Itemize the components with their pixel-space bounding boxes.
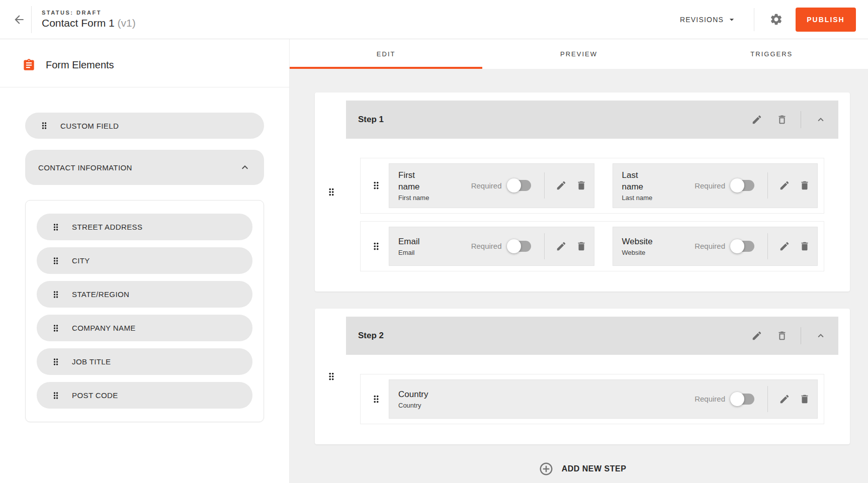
drag-handle-icon[interactable]	[51, 289, 61, 300]
pencil-icon	[779, 180, 790, 191]
drag-handle-icon[interactable]	[326, 186, 337, 198]
required-toggle[interactable]	[509, 180, 531, 191]
controls-divider	[544, 172, 545, 199]
gear-icon	[769, 13, 783, 26]
field-subtitle: Website	[622, 249, 653, 256]
required-toggle[interactable]	[509, 241, 531, 252]
required-label: Required	[695, 242, 725, 250]
delete-step-button[interactable]	[776, 330, 788, 341]
required-label: Required	[471, 242, 502, 250]
field-card-email: Email Email Required	[389, 227, 594, 266]
header-divider	[31, 6, 32, 33]
steps-canvas: Step 1	[290, 69, 868, 483]
edit-field-button[interactable]	[556, 241, 567, 252]
group-label: CONTACT INFORMATION	[38, 163, 132, 172]
chevron-up-icon	[815, 114, 826, 125]
app-header: STATUS: DRAFT Contact Form 1 (v1) REVISI…	[0, 0, 868, 39]
chevron-up-icon	[815, 330, 826, 341]
required-label: Required	[695, 395, 725, 403]
edit-step-button[interactable]	[751, 114, 762, 125]
drag-handle-icon[interactable]	[51, 357, 61, 367]
field-subtitle: Country	[398, 402, 428, 409]
drag-handle-icon[interactable]	[326, 371, 337, 382]
page-title: Contact Form 1 (v1)	[42, 17, 136, 29]
field-title: First name	[398, 170, 432, 193]
delete-field-button[interactable]	[799, 394, 810, 405]
controls-divider	[767, 172, 768, 199]
settings-button[interactable]	[767, 11, 785, 28]
contact-information-group[interactable]: CONTACT INFORMATION	[25, 150, 264, 185]
field-card-last-name: Last name Last name Required	[613, 163, 818, 208]
field-title: Email	[398, 236, 420, 248]
pencil-icon	[556, 180, 567, 191]
required-label: Required	[695, 181, 725, 190]
tab-triggers[interactable]: TRIGGERS	[675, 39, 868, 69]
delete-field-button[interactable]	[576, 180, 587, 191]
drag-handle-icon[interactable]	[51, 256, 61, 266]
tab-preview[interactable]: PREVIEW	[482, 39, 675, 69]
tab-edit[interactable]: EDIT	[290, 39, 482, 69]
pencil-icon	[556, 241, 567, 252]
step-card-1: Step 1	[315, 92, 850, 292]
editor-tabbar: EDIT PREVIEW TRIGGERS	[290, 39, 868, 69]
item-label: COMPANY NAME	[72, 324, 136, 332]
drag-handle-icon[interactable]	[39, 121, 49, 131]
required-toggle[interactable]	[732, 241, 754, 252]
sidebar-item-post-code[interactable]: POST CODE	[37, 382, 252, 409]
step-title: Step 1	[358, 115, 384, 125]
drag-handle-icon[interactable]	[51, 222, 61, 232]
drag-handle-icon[interactable]	[51, 391, 61, 401]
sidebar-item-state-region[interactable]: STATE/REGION	[37, 281, 252, 308]
step-title: Step 2	[358, 331, 384, 341]
required-label: Required	[471, 181, 502, 190]
item-label: POST CODE	[72, 391, 118, 400]
sidebar-item-job-title[interactable]: JOB TITLE	[37, 348, 252, 375]
toggle-knob	[730, 392, 744, 406]
collapse-step-button[interactable]	[815, 114, 826, 125]
edit-field-button[interactable]	[779, 241, 790, 252]
edit-field-button[interactable]	[556, 180, 567, 191]
collapse-step-button[interactable]	[815, 330, 826, 341]
drag-handle-icon[interactable]	[371, 180, 382, 191]
caret-down-icon	[727, 15, 737, 25]
edit-field-button[interactable]	[779, 394, 790, 405]
publish-button[interactable]: PUBLISH	[796, 8, 856, 32]
clipboard-icon	[22, 58, 36, 72]
drag-handle-icon[interactable]	[371, 241, 382, 252]
custom-field-label: CUSTOM FIELD	[60, 122, 119, 130]
drag-handle-icon[interactable]	[51, 323, 61, 333]
revisions-dropdown[interactable]: REVISIONS	[677, 10, 740, 30]
delete-field-button[interactable]	[799, 241, 810, 252]
sidebar-item-company-name[interactable]: COMPANY NAME	[37, 315, 252, 341]
field-row: Country Country Required	[360, 374, 824, 424]
toggle-knob	[507, 239, 521, 253]
item-label: STATE/REGION	[72, 290, 129, 299]
required-toggle[interactable]	[732, 394, 754, 405]
sidebar-item-city[interactable]: CITY	[37, 247, 252, 274]
delete-field-button[interactable]	[799, 180, 810, 191]
chevron-up-icon[interactable]	[239, 161, 251, 173]
required-toggle[interactable]	[732, 180, 754, 191]
controls-divider	[544, 233, 545, 259]
delete-field-button[interactable]	[576, 241, 587, 252]
field-subtitle: Last name	[622, 194, 656, 202]
delete-step-button[interactable]	[776, 114, 788, 125]
sidebar-item-street-address[interactable]: STREET ADDRESS	[37, 214, 252, 240]
drag-handle-icon[interactable]	[371, 394, 382, 405]
trash-icon	[799, 394, 810, 405]
sidebar-title: Form Elements	[46, 59, 114, 71]
custom-field-item[interactable]: CUSTOM FIELD	[25, 113, 264, 139]
editor-main: EDIT PREVIEW TRIGGERS Step 1	[290, 39, 868, 483]
form-name: Contact Form 1	[42, 17, 115, 29]
field-subtitle: First name	[398, 194, 432, 202]
revisions-label: REVISIONS	[680, 16, 724, 24]
edit-step-button[interactable]	[751, 330, 762, 341]
back-button[interactable]	[9, 6, 29, 34]
actions-divider	[801, 327, 801, 344]
field-card-first-name: First name First name Required	[389, 163, 594, 208]
trash-icon	[576, 241, 587, 252]
field-title: Last name	[622, 170, 656, 193]
trash-icon	[776, 114, 788, 125]
edit-field-button[interactable]	[779, 180, 790, 191]
add-new-step-button[interactable]: ADD NEW STEP	[539, 461, 627, 476]
